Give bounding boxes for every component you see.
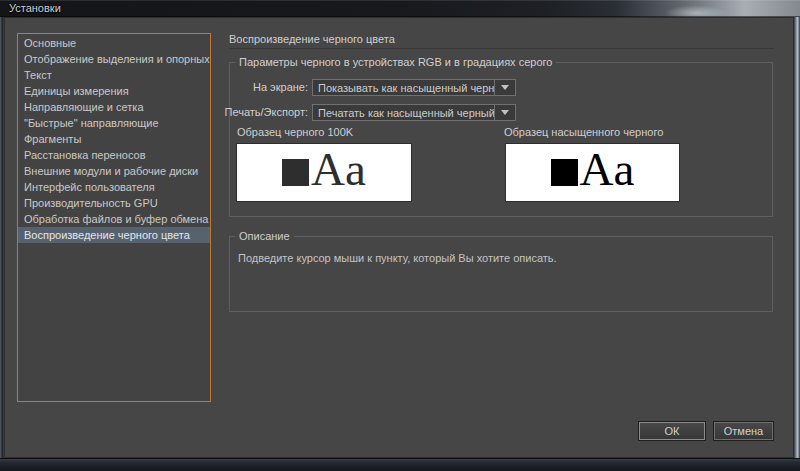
sidebar-item[interactable]: "Быстрые" направляющие [18, 115, 210, 131]
sidebar-item[interactable]: Производительность GPU [18, 195, 210, 211]
description-group: Описание Подведите курсор мыши к пункту,… [229, 236, 773, 312]
rich-black-square [551, 159, 578, 186]
onscreen-dropdown[interactable]: Показывать как насыщенный черный [312, 79, 516, 96]
black-100k-square [282, 159, 309, 186]
window-title: Установки [9, 2, 61, 14]
rich-black-sample-text: Aa [580, 146, 635, 193]
sidebar-item[interactable]: Основные [18, 35, 210, 51]
title-bar: Установки [0, 0, 800, 17]
cancel-button[interactable]: Отмена [714, 422, 773, 440]
sidebar-item[interactable]: Направляющие и сетка [18, 99, 210, 115]
window-frame-right [794, 17, 800, 471]
sidebar-item[interactable]: Внешние модули и рабочие диски [18, 163, 210, 179]
ok-button[interactable]: ОК [639, 422, 705, 440]
onscreen-dropdown-value: Показывать как насыщенный черный [313, 82, 494, 94]
sidebar-item[interactable]: Расстановка переносов [18, 147, 210, 163]
header-separator [229, 48, 774, 49]
onscreen-label: На экране: [202, 81, 308, 93]
output-dropdown-value: Печатать как насыщенный черный [313, 107, 494, 119]
sidebar-item[interactable]: Текст [18, 67, 210, 83]
sidebar-item[interactable]: Интерфейс пользователя [18, 179, 210, 195]
sidebar-item[interactable]: Фрагменты [18, 131, 210, 147]
description-text: Подведите курсор мыши к пункту, который … [238, 252, 557, 264]
description-group-title: Описание [235, 230, 294, 242]
preferences-dialog: ОсновныеОтображение выделения и опорных … [4, 17, 794, 458]
swatch-rich-black: Aa [506, 144, 679, 201]
swatch-rich-label: Образец насыщенного черного [504, 126, 663, 138]
sidebar-item[interactable]: Единицы измерения [18, 83, 210, 99]
sidebar-list: ОсновныеОтображение выделения и опорных … [17, 33, 211, 402]
swatch-100k-label: Образец черного 100K [237, 126, 353, 138]
black-100k-sample-text: Aa [311, 146, 366, 193]
chevron-down-icon [494, 80, 515, 95]
sidebar-item[interactable]: Отображение выделения и опорных точек [18, 51, 210, 67]
chevron-down-icon [494, 105, 515, 120]
black-options-group-title: Параметры черного в устройствах RGB и в … [235, 56, 556, 68]
sidebar-item[interactable]: Обработка файлов и буфер обмена [18, 211, 210, 227]
sidebar-item[interactable]: Воспроизведение черного цвета [18, 227, 210, 243]
page-title: Воспроизведение черного цвета [229, 33, 395, 45]
output-label: Печать/Экспорт: [202, 106, 308, 118]
swatch-100k-black: Aa [237, 144, 411, 201]
output-dropdown[interactable]: Печатать как насыщенный черный [312, 104, 516, 121]
window-frame-bottom [0, 458, 800, 471]
